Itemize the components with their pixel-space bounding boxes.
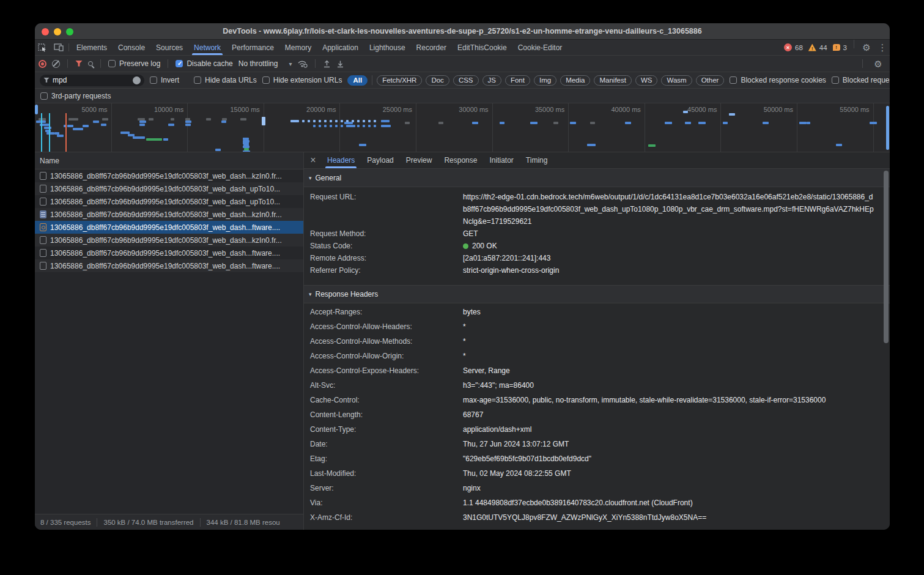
file-file-icon: [40, 249, 46, 257]
tab-editthiscookie[interactable]: EditThisCookie: [452, 40, 512, 55]
header-row: Via:1.1 44849808df37ecbde0b3891640783c20…: [304, 495, 890, 510]
checkbox-unchecked-icon[interactable]: [108, 60, 116, 67]
clear-filter-icon[interactable]: [133, 76, 141, 84]
filter-input[interactable]: [40, 75, 144, 86]
details-tab-preview[interactable]: Preview: [400, 152, 438, 168]
details-tab-payload[interactable]: Payload: [361, 152, 399, 168]
hide-extension-urls-checkbox[interactable]: Hide extension URLs: [262, 76, 342, 84]
chip-wasm[interactable]: Wasm: [661, 75, 692, 86]
filter-icon[interactable]: [75, 61, 83, 67]
name-column-header[interactable]: Name: [35, 152, 303, 169]
details-tab-response[interactable]: Response: [438, 152, 483, 168]
timeline-left-handle[interactable]: [35, 105, 38, 114]
settings-gear-icon[interactable]: ⚙: [859, 40, 874, 55]
request-row[interactable]: 13065886_db8ff67cb96b9dd9995e19dfc005803…: [35, 234, 303, 247]
timeline-tick-label: 30000 ms: [438, 106, 489, 113]
header-value: https://th2-edge-01.cdn.bedrock.tech/m6w…: [463, 191, 890, 228]
chip-font[interactable]: Font: [505, 75, 530, 86]
devtools-tab-bar: ElementsConsoleSourcesNetworkPerformance…: [35, 40, 890, 56]
tab-sources[interactable]: Sources: [150, 40, 188, 55]
tab-cookie-editor[interactable]: Cookie-Editor: [512, 40, 568, 55]
more-options-icon[interactable]: ⋮: [878, 40, 887, 55]
checkbox-unchecked-icon[interactable]: [194, 76, 201, 84]
close-window-button[interactable]: [42, 28, 49, 35]
blocked-response-cookies-checkbox[interactable]: Blocked response cookies: [730, 76, 826, 84]
details-tab-timing[interactable]: Timing: [520, 152, 554, 168]
invert-checkbox[interactable]: Invert: [150, 76, 179, 84]
chip-all[interactable]: All: [347, 75, 368, 86]
request-row[interactable]: 13065886_db8ff67cb96b9dd9995e19dfc005803…: [35, 169, 303, 182]
chip-css[interactable]: CSS: [453, 75, 479, 86]
request-name: 13065886_db8ff67cb96b9dd9995e19dfc005803…: [50, 249, 280, 258]
tab-recorder[interactable]: Recorder: [411, 40, 452, 55]
tab-lighthouse[interactable]: Lighthouse: [364, 40, 411, 55]
header-name: Request URL:: [310, 191, 463, 228]
import-har-icon[interactable]: [323, 60, 331, 68]
details-tab-headers[interactable]: Headers: [321, 152, 361, 168]
disable-cache-checkbox[interactable]: Disable cache: [176, 59, 232, 68]
clear-network-log-button[interactable]: [52, 60, 60, 68]
third-party-requests-checkbox[interactable]: 3rd-party requests: [40, 92, 111, 100]
search-icon[interactable]: [88, 61, 93, 66]
warnings-count[interactable]: 44: [819, 44, 827, 51]
throttling-select[interactable]: No throttling ▾: [238, 59, 292, 68]
chip-fetch-xhr[interactable]: Fetch/XHR: [377, 75, 422, 86]
timeline-tick-label: 15000 ms: [210, 106, 260, 113]
preserve-log-checkbox[interactable]: Preserve log: [108, 59, 160, 68]
request-row[interactable]: 13065886_db8ff67cb96b9dd9995e19dfc005803…: [35, 221, 303, 234]
checkbox-unchecked-icon[interactable]: [262, 76, 270, 84]
issues-count[interactable]: 3: [843, 44, 847, 51]
close-details-icon[interactable]: ×: [305, 152, 321, 168]
timeline-right-handle[interactable]: [886, 106, 889, 150]
network-settings-gear-icon[interactable]: ⚙: [870, 56, 886, 72]
request-row[interactable]: 13065886_db8ff67cb96b9dd9995e19dfc005803…: [35, 259, 303, 272]
export-har-icon[interactable]: [336, 60, 344, 68]
response-headers-section-header[interactable]: ▾ Response Headers: [304, 285, 890, 303]
network-conditions-icon[interactable]: [297, 60, 308, 68]
tab-application[interactable]: Application: [317, 40, 364, 55]
chip-other[interactable]: Other: [696, 75, 725, 86]
checkbox-unchecked-icon[interactable]: [150, 76, 157, 84]
errors-icon[interactable]: ×: [784, 43, 792, 51]
media-file-icon: [40, 223, 46, 231]
inspect-element-icon[interactable]: [35, 40, 51, 55]
warnings-icon[interactable]: !: [808, 44, 816, 51]
request-row[interactable]: 13065886_db8ff67cb96b9dd9995e19dfc005803…: [35, 182, 303, 195]
device-toolbar-icon[interactable]: [51, 40, 67, 55]
file-file-icon: [40, 236, 46, 244]
checkbox-unchecked-icon[interactable]: [832, 76, 839, 84]
filter-text-input[interactable]: [53, 76, 130, 84]
chip-js[interactable]: JS: [482, 75, 501, 86]
tab-performance[interactable]: Performance: [226, 40, 279, 55]
tab-elements[interactable]: Elements: [71, 40, 113, 55]
details-tab-initiator[interactable]: Initiator: [483, 152, 519, 168]
hide-data-urls-checkbox[interactable]: Hide data URLs: [194, 76, 257, 84]
checkbox-checked-icon[interactable]: [176, 60, 183, 67]
chip-doc[interactable]: Doc: [426, 75, 449, 86]
request-row[interactable]: 13065886_db8ff67cb96b9dd9995e19dfc005803…: [35, 195, 303, 208]
issues-icon[interactable]: !: [833, 44, 840, 51]
request-row[interactable]: 13065886_db8ff67cb96b9dd9995e19dfc005803…: [35, 247, 303, 259]
tab-memory[interactable]: Memory: [279, 40, 317, 55]
network-overview-timeline[interactable]: 5000 ms10000 ms15000 ms20000 ms25000 ms3…: [35, 103, 890, 152]
record-network-log-button[interactable]: [39, 60, 46, 68]
request-row[interactable]: 13065886_db8ff67cb96b9dd9995e19dfc005803…: [35, 208, 303, 221]
header-row: Request Method:GET: [304, 228, 890, 240]
errors-count[interactable]: 68: [795, 44, 803, 51]
tab-console[interactable]: Console: [113, 40, 150, 55]
checkbox-unchecked-icon[interactable]: [730, 76, 737, 84]
file-file-icon: [40, 185, 46, 193]
maximize-window-button[interactable]: [66, 28, 73, 35]
tab-network[interactable]: Network: [188, 40, 226, 55]
chip-manifest[interactable]: Manifest: [594, 75, 631, 86]
blocked-requests-checkbox[interactable]: Blocked requests: [832, 76, 890, 84]
chip-img[interactable]: Img: [534, 75, 556, 86]
chip-media[interactable]: Media: [560, 75, 590, 86]
chip-ws[interactable]: WS: [635, 75, 658, 86]
headers-scrollbar-thumb[interactable]: [884, 171, 889, 343]
timeline-bar: [359, 144, 366, 146]
checkbox-unchecked-icon[interactable]: [40, 92, 48, 100]
minimize-window-button[interactable]: [54, 28, 61, 35]
header-row: Access-Control-Expose-Headers:Server, Ra…: [304, 363, 890, 378]
general-section-header[interactable]: ▾ General: [304, 169, 890, 187]
